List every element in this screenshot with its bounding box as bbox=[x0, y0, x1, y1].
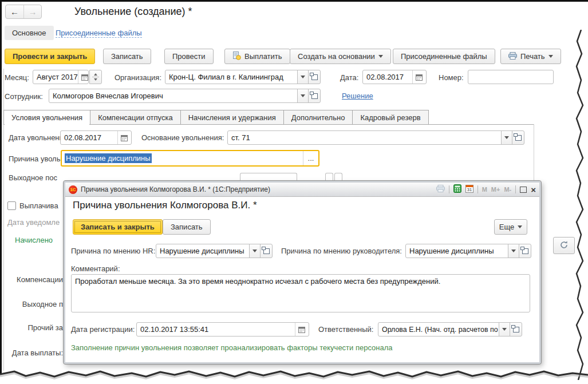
comment-label: Комментарий: bbox=[71, 264, 120, 273]
back-button[interactable]: ← bbox=[6, 5, 23, 18]
dialog-save-close-button[interactable]: Записать и закрыть bbox=[73, 219, 163, 235]
page-title: Увольнение (создание) * bbox=[74, 6, 192, 18]
nav-history-group: ← → bbox=[5, 5, 42, 19]
dismissal-date-field[interactable]: 02.08.2017 bbox=[60, 130, 132, 145]
responsible-field[interactable]: Орлова Е.Н. (Нач. отд. расчетов по оплат… bbox=[378, 322, 499, 337]
responsible-label: Ответственный: bbox=[318, 325, 373, 334]
open-form-icon bbox=[263, 248, 270, 254]
step-down-icon bbox=[94, 78, 97, 81]
grounds-label: Основание увольнения: bbox=[141, 133, 224, 142]
memory-m-plus-button[interactable]: M+ bbox=[491, 186, 500, 193]
memory-m-button[interactable]: M bbox=[482, 186, 487, 193]
number-label: Номер: bbox=[439, 73, 464, 82]
organization-field[interactable]: Крон-Ц. Филиал в г. Калининград bbox=[165, 70, 298, 84]
employee-open-button[interactable] bbox=[308, 89, 321, 103]
step-up-icon bbox=[94, 73, 97, 76]
tab-accruals-deductions[interactable]: Начисления и удержания bbox=[180, 110, 284, 125]
tab-dismissal-conditions[interactable]: Условия увольнения bbox=[3, 110, 90, 125]
severance-label: Выходное пос bbox=[9, 173, 57, 182]
calculator-icon[interactable] bbox=[453, 184, 461, 195]
pay-button[interactable]: Выплатить bbox=[224, 49, 290, 64]
date-label: Дата: bbox=[340, 73, 358, 82]
chevron-down-icon bbox=[252, 250, 257, 252]
grounds-dropdown-button[interactable] bbox=[501, 130, 512, 145]
back-icon: ← bbox=[10, 7, 19, 17]
calendar-icon[interactable] bbox=[117, 131, 128, 144]
grounds-open-button[interactable] bbox=[512, 130, 524, 145]
app-window: ← → Увольнение (создание) * Основное При… bbox=[0, 0, 588, 384]
hr-reason-label: Причина по мнению HR: bbox=[71, 247, 155, 255]
comment-textarea[interactable]: Проработал меньше месяца. За это время н… bbox=[71, 274, 530, 312]
dialog-titlebar[interactable]: 1С Причина увольнения Колмогорова В.И. *… bbox=[65, 183, 539, 197]
hr-reason-open-button[interactable] bbox=[260, 244, 273, 258]
employee-field[interactable]: Колмогоров Вячеслав Игоревич bbox=[49, 89, 298, 103]
manager-reason-open-button[interactable] bbox=[519, 244, 531, 258]
manager-reason-label: Причина по мнению руководителя: bbox=[281, 247, 402, 255]
employee-dropdown-button[interactable] bbox=[297, 89, 309, 103]
manager-reason-field[interactable]: Нарушение дисциплины bbox=[405, 244, 508, 258]
chevron-down-icon bbox=[518, 225, 522, 228]
create-based-on-button[interactable]: Создать на основании bbox=[290, 49, 391, 64]
responsible-dropdown-button[interactable] bbox=[499, 322, 510, 337]
titlebar-print-icon[interactable] bbox=[436, 185, 445, 194]
month-field[interactable]: Август 2017 bbox=[33, 70, 89, 84]
calendar-icon[interactable] bbox=[78, 70, 88, 84]
1c-logo-icon: 1С bbox=[69, 185, 77, 194]
refresh-icon bbox=[559, 240, 569, 251]
panel-right-border bbox=[534, 124, 534, 181]
hr-reason-dropdown-button[interactable] bbox=[249, 244, 261, 258]
tab-main[interactable]: Основное bbox=[5, 26, 54, 40]
dialog-save-button[interactable]: Записать bbox=[163, 219, 211, 235]
date-field[interactable]: 02.08.2017 bbox=[362, 70, 427, 84]
pay-checkbox-label: Выплачива bbox=[19, 201, 58, 210]
forward-button[interactable]: → bbox=[23, 5, 41, 18]
svg-text:31: 31 bbox=[467, 187, 471, 192]
pay-checkbox[interactable] bbox=[7, 201, 16, 210]
calendar-31-icon[interactable]: 31 bbox=[465, 184, 473, 195]
severance-field-fragment[interactable] bbox=[240, 173, 297, 181]
reason-field[interactable]: Нарушение дисциплины ... bbox=[61, 150, 319, 167]
calendar-icon[interactable] bbox=[412, 70, 423, 84]
grounds-field[interactable]: ст. 71 bbox=[227, 130, 502, 145]
chevron-down-icon bbox=[301, 76, 305, 78]
tab-additional[interactable]: Дополнительно bbox=[283, 110, 353, 125]
open-form-icon bbox=[311, 74, 318, 80]
close-icon[interactable]: × bbox=[531, 185, 536, 194]
attached-files-link[interactable]: Присоединенные файлы bbox=[56, 29, 142, 38]
refresh-button[interactable] bbox=[553, 237, 575, 254]
decision-link[interactable]: Решение bbox=[342, 92, 373, 100]
severance-button-fragment[interactable] bbox=[325, 173, 333, 181]
organization-dropdown-button[interactable] bbox=[297, 70, 309, 84]
screenshot-top-edge bbox=[0, 0, 588, 2]
hr-reason-field[interactable]: Нарушение дисциплины bbox=[156, 244, 250, 258]
calendar-icon[interactable] bbox=[295, 323, 305, 336]
memory-m-minus-button[interactable]: M- bbox=[504, 186, 511, 193]
print-button[interactable]: Печать bbox=[500, 49, 561, 64]
post-button[interactable]: Провести bbox=[164, 49, 214, 64]
print-icon bbox=[508, 52, 517, 61]
dialog-more-button[interactable]: Еще bbox=[494, 219, 527, 235]
chevron-down-icon bbox=[504, 136, 509, 139]
notify-date-label: Дата уведомле bbox=[7, 218, 60, 227]
tab-personnel-reserve[interactable]: Кадровый резерв bbox=[352, 110, 428, 125]
month-stepper[interactable] bbox=[89, 70, 102, 84]
pay-icon bbox=[232, 52, 241, 62]
registration-date-field[interactable]: 02.10.2017 13:55:41 bbox=[136, 322, 309, 337]
attached-files-button[interactable]: Присоединенные файлы bbox=[393, 49, 495, 64]
organization-open-button[interactable] bbox=[308, 70, 321, 84]
severance2-label: Выходное п bbox=[7, 300, 63, 308]
manager-reason-dropdown-button[interactable] bbox=[508, 244, 519, 258]
save-button[interactable]: Записать bbox=[103, 49, 151, 64]
other-earnings-label: Прочий за bbox=[7, 323, 63, 332]
reason-choose-button[interactable]: ... bbox=[303, 151, 318, 165]
maximize-icon[interactable] bbox=[520, 187, 527, 193]
tab-vacation-compensation[interactable]: Компенсации отпуска bbox=[90, 110, 181, 125]
screenshot-left-edge bbox=[0, 0, 2, 374]
responsible-open-button[interactable] bbox=[510, 322, 522, 337]
severance-button-fragment[interactable] bbox=[334, 173, 342, 181]
post-and-close-button[interactable]: Провести и закрыть bbox=[5, 49, 95, 64]
number-field[interactable] bbox=[468, 70, 554, 84]
forward-icon: → bbox=[29, 7, 37, 17]
chevron-down-icon bbox=[511, 250, 516, 252]
open-form-icon bbox=[515, 135, 522, 141]
